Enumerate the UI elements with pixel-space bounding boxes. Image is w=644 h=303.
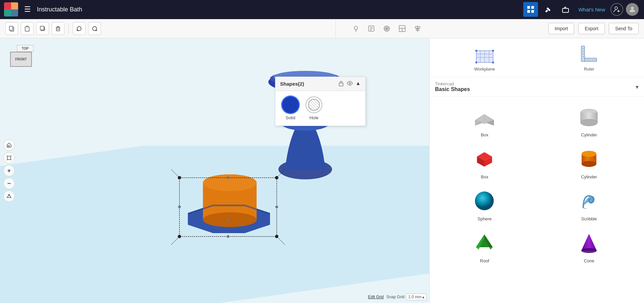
right-panel: Workplane Ruler <box>429 38 644 303</box>
shape-item-cone[interactable]: Cone <box>537 225 642 267</box>
snap-value[interactable]: 1.0 mm ▴ <box>406 294 427 300</box>
canvas-area[interactable]: TOP FRONT + − Edit Grid <box>0 38 429 303</box>
svg-line-67 <box>10 159 11 160</box>
shapes-panel-header[interactable]: Shapes(2) ▲ <box>275 77 365 91</box>
hammer-btn[interactable] <box>541 2 555 17</box>
svg-point-78 <box>475 50 477 52</box>
logo-q3 <box>4 9 11 16</box>
workplane-label: Workplane <box>474 67 495 72</box>
action-buttons: Import Export Send To <box>429 19 644 38</box>
snap-grid-label: Snap Grid <box>386 295 405 299</box>
svg-line-66 <box>7 159 8 160</box>
note-btn[interactable] <box>365 22 378 35</box>
shape-name-sphere: Sphere <box>478 216 492 221</box>
hamburger-icon[interactable]: ☰ <box>24 5 31 14</box>
perspective-btn[interactable] <box>3 190 15 202</box>
shape-name-cyl-wire: Cylinder <box>581 132 597 137</box>
svg-rect-16 <box>56 27 60 31</box>
shape-item-scribble[interactable]: Scribble <box>537 183 642 225</box>
svg-rect-1 <box>531 6 534 9</box>
shapes-panel-title: Shapes(2) <box>280 81 304 87</box>
solid-label: Solid <box>286 115 296 120</box>
svg-rect-62 <box>8 145 9 147</box>
svg-rect-15 <box>40 26 44 30</box>
solid-icon <box>282 96 299 113</box>
category-chevron-icon[interactable]: ▾ <box>636 83 639 91</box>
view-cube-front[interactable]: FRONT <box>10 52 32 67</box>
home-view-btn[interactable] <box>3 139 15 151</box>
redo-btn[interactable] <box>88 22 101 35</box>
workplane-ruler-row: Workplane Ruler <box>430 38 644 77</box>
shape-thumb-roof <box>471 229 498 256</box>
delete-btn[interactable] <box>52 22 64 35</box>
lock-icon[interactable] <box>338 80 344 87</box>
zoom-out-btn[interactable]: − <box>3 178 15 189</box>
shape-name-cone: Cone <box>584 258 594 263</box>
svg-point-80 <box>475 61 477 63</box>
fit-view-btn[interactable] <box>3 152 15 164</box>
shape-type-row: Solid Hole <box>275 91 365 126</box>
project-title[interactable]: Instructable Bath <box>37 6 82 13</box>
collapse-icon[interactable]: ▲ <box>356 80 361 87</box>
shape-name-roof: Roof <box>480 258 489 263</box>
shape-thumb-cyl-wire <box>576 103 602 130</box>
svg-point-10 <box>631 7 634 9</box>
paste-btn[interactable] <box>21 22 34 35</box>
solid-type-btn[interactable]: Solid <box>282 96 299 120</box>
briefcase-btn[interactable] <box>558 2 573 17</box>
logo-area: ☰ Instructable Bath <box>0 2 86 16</box>
add-user-btn[interactable] <box>610 3 623 16</box>
grid-btn[interactable] <box>380 22 393 35</box>
view-cube[interactable]: TOP FRONT <box>10 45 37 72</box>
shape-item-cyl-orange[interactable]: Cylinder <box>537 141 642 183</box>
duplicate-btn[interactable] <box>36 22 49 35</box>
shape-name-box-red: Box <box>481 174 488 179</box>
workplane-btn[interactable]: Workplane <box>435 44 534 72</box>
copy-btn[interactable] <box>5 22 18 35</box>
svg-point-79 <box>492 50 494 52</box>
align-btn[interactable] <box>411 22 424 35</box>
avatar[interactable] <box>626 3 639 16</box>
workplane-icon <box>475 44 495 64</box>
svg-point-71 <box>286 100 295 109</box>
svg-rect-2 <box>527 10 530 13</box>
svg-rect-83 <box>585 58 597 61</box>
edit-grid-btn[interactable]: Edit Grid <box>368 295 384 299</box>
grid-view-btn[interactable] <box>523 2 538 17</box>
import-btn[interactable]: Import <box>548 23 575 34</box>
view-cube-top[interactable]: TOP <box>17 45 34 52</box>
toolbar-divider <box>68 24 69 34</box>
shape-thumb-box-wire <box>471 103 498 130</box>
ruler-btn[interactable]: Ruler <box>540 44 639 72</box>
hole-label: Hole <box>310 115 319 120</box>
svg-point-102 <box>582 161 596 167</box>
shape-thumb-sphere <box>471 187 498 214</box>
undo-btn[interactable] <box>73 22 86 35</box>
svg-point-103 <box>582 151 596 157</box>
export-btn[interactable]: Export <box>578 23 604 34</box>
shape-item-box-red[interactable]: Box <box>432 141 537 183</box>
category-name: Basic Shapes <box>435 86 470 92</box>
lightbulb-btn[interactable] <box>350 22 362 35</box>
send-to-btn[interactable]: Send To <box>609 23 639 34</box>
whats-new-btn[interactable]: What's New <box>576 7 608 12</box>
category-selector[interactable]: Tinkercad Basic Shapes ▾ <box>430 77 644 97</box>
snap-grid-info: Snap Grid 1.0 mm ▴ <box>386 294 427 300</box>
svg-rect-82 <box>581 46 585 61</box>
svg-point-104 <box>475 191 494 210</box>
shape-item-roof[interactable]: Roof <box>432 225 537 267</box>
snap-chevron-icon: ▴ <box>422 295 424 299</box>
tinkercad-logo[interactable] <box>4 2 18 16</box>
shape-item-sphere[interactable]: Sphere <box>432 183 537 225</box>
snap-value-text: 1.0 mm <box>408 295 422 299</box>
shape-thumb-cone <box>576 229 602 256</box>
hole-type-btn[interactable]: Hole <box>306 96 322 120</box>
svg-rect-69 <box>339 83 343 86</box>
shape-item-cyl-wire[interactable]: Cylinder <box>537 99 642 141</box>
visibility-icon[interactable] <box>347 80 353 87</box>
zoom-in-btn[interactable]: + <box>3 165 15 176</box>
shape-item-box-wire[interactable]: Box <box>432 99 537 141</box>
layout-btn[interactable] <box>396 22 409 35</box>
topbar-right: What's New <box>523 2 644 17</box>
shapes-panel: Shapes(2) ▲ <box>275 77 366 126</box>
